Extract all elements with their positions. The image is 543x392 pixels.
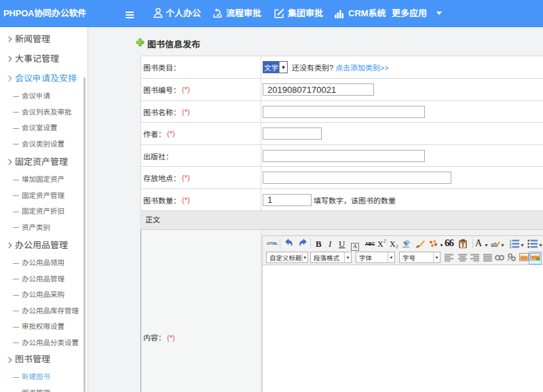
svg-text:T: T [461, 242, 464, 248]
svg-text:3.: 3. [510, 246, 512, 248]
svg-text:ab: ab [491, 241, 498, 248]
